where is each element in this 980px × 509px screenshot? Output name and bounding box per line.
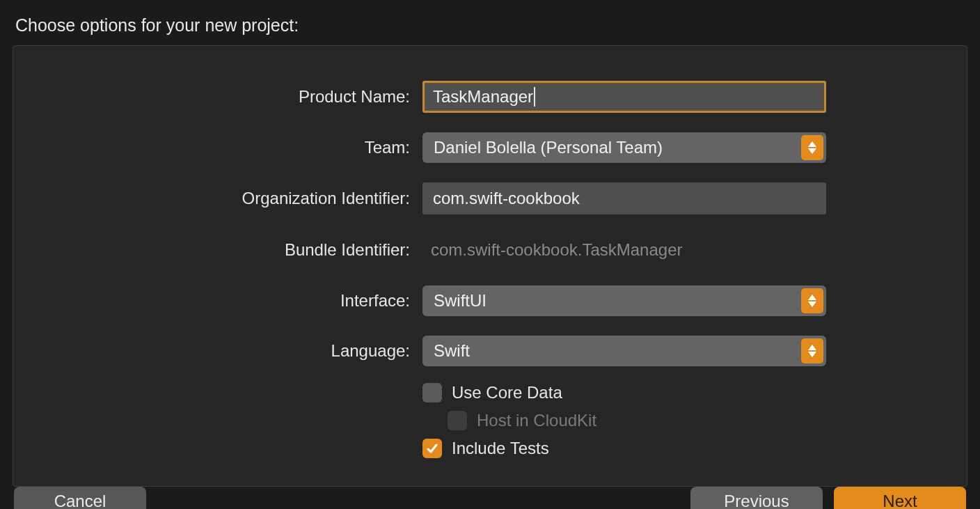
svg-marker-2 (808, 295, 816, 300)
new-project-options-dialog: Choose options for your new project: Pro… (0, 0, 980, 509)
include-tests-label: Include Tests (452, 439, 549, 458)
cloudkit-label: Host in CloudKit (477, 411, 596, 430)
org-id-label: Organization Identifier: (41, 189, 410, 208)
bundle-id-value: com.swift-cookbook.TaskManager (422, 234, 826, 266)
interface-select[interactable]: SwiftUI (422, 285, 826, 316)
svg-marker-4 (808, 345, 816, 350)
cloudkit-row: Host in CloudKit (448, 411, 826, 430)
product-name-field[interactable]: TaskManager (422, 81, 826, 113)
include-tests-row: Include Tests (422, 439, 826, 458)
updown-icon (801, 135, 823, 160)
svg-marker-3 (808, 302, 816, 307)
options-panel: Product Name: TaskManager Team: Daniel B… (13, 45, 967, 487)
bundle-id-label: Bundle Identifier: (41, 240, 410, 260)
language-label: Language: (41, 341, 410, 361)
cloudkit-checkbox (448, 411, 467, 430)
checkbox-group: Use Core Data Host in CloudKit Include T… (422, 383, 826, 458)
checkmark-icon (426, 442, 438, 455)
core-data-label: Use Core Data (452, 383, 562, 402)
previous-button[interactable]: Previous (690, 487, 823, 509)
interface-value: SwiftUI (434, 291, 487, 311)
product-name-value: TaskManager (433, 87, 533, 107)
svg-marker-0 (808, 141, 816, 147)
text-cursor (534, 87, 535, 107)
core-data-row: Use Core Data (422, 383, 826, 402)
team-select[interactable]: Daniel Bolella (Personal Team) (422, 132, 826, 163)
include-tests-checkbox[interactable] (422, 439, 442, 458)
dialog-title: Choose options for your new project: (15, 15, 967, 36)
dialog-footer: Cancel Previous Next (13, 487, 967, 509)
options-form: Product Name: TaskManager Team: Daniel B… (41, 81, 939, 458)
org-id-value: com.swift-cookbook (433, 189, 580, 208)
org-id-field[interactable]: com.swift-cookbook (422, 182, 826, 214)
updown-icon (801, 338, 823, 363)
interface-label: Interface: (41, 291, 410, 311)
cancel-button[interactable]: Cancel (14, 487, 146, 509)
core-data-checkbox[interactable] (422, 383, 442, 402)
svg-marker-1 (808, 148, 816, 154)
language-value: Swift (434, 341, 470, 361)
next-button[interactable]: Next (834, 487, 966, 509)
product-name-label: Product Name: (41, 87, 410, 107)
updown-icon (801, 288, 823, 313)
svg-marker-5 (808, 352, 816, 357)
team-label: Team: (41, 138, 410, 157)
language-select[interactable]: Swift (422, 336, 826, 366)
team-value: Daniel Bolella (Personal Team) (434, 138, 663, 157)
